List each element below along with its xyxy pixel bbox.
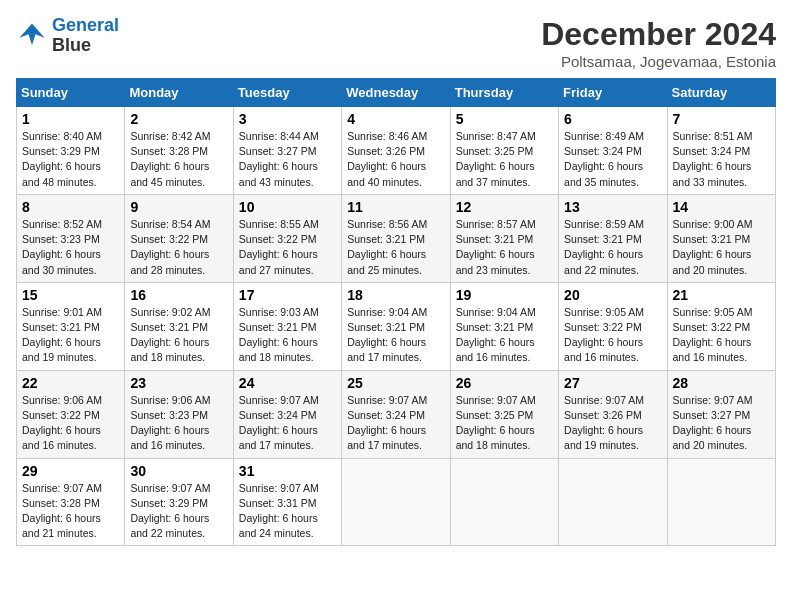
sunset-text: Sunset: 3:27 PM bbox=[239, 144, 336, 159]
day-info: Sunrise: 9:05 AM Sunset: 3:22 PM Dayligh… bbox=[564, 305, 661, 366]
day-info: Sunrise: 8:54 AM Sunset: 3:22 PM Dayligh… bbox=[130, 217, 227, 278]
calendar-cell: 25 Sunrise: 9:07 AM Sunset: 3:24 PM Dayl… bbox=[342, 370, 450, 458]
daylight-text: Daylight: 6 hours and 18 minutes. bbox=[130, 335, 227, 365]
day-number: 19 bbox=[456, 287, 553, 303]
location-subtitle: Poltsamaa, Jogevamaa, Estonia bbox=[541, 53, 776, 70]
calendar-cell: 31 Sunrise: 9:07 AM Sunset: 3:31 PM Dayl… bbox=[233, 458, 341, 546]
calendar-cell: 1 Sunrise: 8:40 AM Sunset: 3:29 PM Dayli… bbox=[17, 107, 125, 195]
daylight-text: Daylight: 6 hours and 16 minutes. bbox=[456, 335, 553, 365]
calendar-cell: 18 Sunrise: 9:04 AM Sunset: 3:21 PM Dayl… bbox=[342, 282, 450, 370]
sunset-text: Sunset: 3:21 PM bbox=[456, 320, 553, 335]
day-of-week-header: Thursday bbox=[450, 79, 558, 107]
sunset-text: Sunset: 3:21 PM bbox=[673, 232, 770, 247]
calendar-cell: 15 Sunrise: 9:01 AM Sunset: 3:21 PM Dayl… bbox=[17, 282, 125, 370]
day-of-week-header: Wednesday bbox=[342, 79, 450, 107]
day-number: 1 bbox=[22, 111, 119, 127]
calendar-cell: 19 Sunrise: 9:04 AM Sunset: 3:21 PM Dayl… bbox=[450, 282, 558, 370]
day-number: 7 bbox=[673, 111, 770, 127]
day-number: 29 bbox=[22, 463, 119, 479]
day-info: Sunrise: 8:40 AM Sunset: 3:29 PM Dayligh… bbox=[22, 129, 119, 190]
calendar-cell: 16 Sunrise: 9:02 AM Sunset: 3:21 PM Dayl… bbox=[125, 282, 233, 370]
daylight-text: Daylight: 6 hours and 19 minutes. bbox=[564, 423, 661, 453]
calendar-cell: 23 Sunrise: 9:06 AM Sunset: 3:23 PM Dayl… bbox=[125, 370, 233, 458]
daylight-text: Daylight: 6 hours and 45 minutes. bbox=[130, 159, 227, 189]
daylight-text: Daylight: 6 hours and 27 minutes. bbox=[239, 247, 336, 277]
calendar-week-row: 1 Sunrise: 8:40 AM Sunset: 3:29 PM Dayli… bbox=[17, 107, 776, 195]
day-number: 5 bbox=[456, 111, 553, 127]
sunrise-text: Sunrise: 9:06 AM bbox=[130, 393, 227, 408]
daylight-text: Daylight: 6 hours and 30 minutes. bbox=[22, 247, 119, 277]
sunset-text: Sunset: 3:23 PM bbox=[130, 408, 227, 423]
calendar-cell: 14 Sunrise: 9:00 AM Sunset: 3:21 PM Dayl… bbox=[667, 194, 775, 282]
day-info: Sunrise: 9:00 AM Sunset: 3:21 PM Dayligh… bbox=[673, 217, 770, 278]
calendar-cell: 17 Sunrise: 9:03 AM Sunset: 3:21 PM Dayl… bbox=[233, 282, 341, 370]
sunset-text: Sunset: 3:24 PM bbox=[673, 144, 770, 159]
calendar-cell: 30 Sunrise: 9:07 AM Sunset: 3:29 PM Dayl… bbox=[125, 458, 233, 546]
daylight-text: Daylight: 6 hours and 17 minutes. bbox=[347, 335, 444, 365]
sunset-text: Sunset: 3:23 PM bbox=[22, 232, 119, 247]
sunset-text: Sunset: 3:21 PM bbox=[130, 320, 227, 335]
sunrise-text: Sunrise: 9:07 AM bbox=[239, 393, 336, 408]
day-number: 11 bbox=[347, 199, 444, 215]
day-info: Sunrise: 8:46 AM Sunset: 3:26 PM Dayligh… bbox=[347, 129, 444, 190]
sunset-text: Sunset: 3:27 PM bbox=[673, 408, 770, 423]
calendar-cell: 12 Sunrise: 8:57 AM Sunset: 3:21 PM Dayl… bbox=[450, 194, 558, 282]
day-number: 20 bbox=[564, 287, 661, 303]
day-info: Sunrise: 9:03 AM Sunset: 3:21 PM Dayligh… bbox=[239, 305, 336, 366]
logo-text: General Blue bbox=[52, 16, 119, 56]
day-info: Sunrise: 9:07 AM Sunset: 3:27 PM Dayligh… bbox=[673, 393, 770, 454]
sunrise-text: Sunrise: 9:07 AM bbox=[456, 393, 553, 408]
daylight-text: Daylight: 6 hours and 43 minutes. bbox=[239, 159, 336, 189]
day-number: 4 bbox=[347, 111, 444, 127]
day-number: 6 bbox=[564, 111, 661, 127]
sunrise-text: Sunrise: 8:59 AM bbox=[564, 217, 661, 232]
sunset-text: Sunset: 3:22 PM bbox=[130, 232, 227, 247]
sunrise-text: Sunrise: 9:01 AM bbox=[22, 305, 119, 320]
calendar-week-row: 29 Sunrise: 9:07 AM Sunset: 3:28 PM Dayl… bbox=[17, 458, 776, 546]
day-number: 18 bbox=[347, 287, 444, 303]
sunrise-text: Sunrise: 9:07 AM bbox=[564, 393, 661, 408]
sunrise-text: Sunrise: 9:04 AM bbox=[347, 305, 444, 320]
calendar-header: SundayMondayTuesdayWednesdayThursdayFrid… bbox=[17, 79, 776, 107]
calendar-cell: 7 Sunrise: 8:51 AM Sunset: 3:24 PM Dayli… bbox=[667, 107, 775, 195]
sunrise-text: Sunrise: 9:07 AM bbox=[673, 393, 770, 408]
calendar-cell bbox=[342, 458, 450, 546]
calendar-cell: 5 Sunrise: 8:47 AM Sunset: 3:25 PM Dayli… bbox=[450, 107, 558, 195]
daylight-text: Daylight: 6 hours and 37 minutes. bbox=[456, 159, 553, 189]
daylight-text: Daylight: 6 hours and 16 minutes. bbox=[22, 423, 119, 453]
sunrise-text: Sunrise: 9:02 AM bbox=[130, 305, 227, 320]
calendar-table: SundayMondayTuesdayWednesdayThursdayFrid… bbox=[16, 78, 776, 546]
daylight-text: Daylight: 6 hours and 25 minutes. bbox=[347, 247, 444, 277]
sunset-text: Sunset: 3:31 PM bbox=[239, 496, 336, 511]
logo-line2: Blue bbox=[52, 36, 119, 56]
sunrise-text: Sunrise: 9:07 AM bbox=[347, 393, 444, 408]
day-number: 28 bbox=[673, 375, 770, 391]
day-number: 22 bbox=[22, 375, 119, 391]
day-of-week-header: Sunday bbox=[17, 79, 125, 107]
day-of-week-header: Friday bbox=[559, 79, 667, 107]
sunset-text: Sunset: 3:25 PM bbox=[456, 408, 553, 423]
daylight-text: Daylight: 6 hours and 20 minutes. bbox=[673, 247, 770, 277]
calendar-cell: 6 Sunrise: 8:49 AM Sunset: 3:24 PM Dayli… bbox=[559, 107, 667, 195]
day-info: Sunrise: 8:51 AM Sunset: 3:24 PM Dayligh… bbox=[673, 129, 770, 190]
day-number: 23 bbox=[130, 375, 227, 391]
sunrise-text: Sunrise: 8:51 AM bbox=[673, 129, 770, 144]
day-info: Sunrise: 8:47 AM Sunset: 3:25 PM Dayligh… bbox=[456, 129, 553, 190]
day-info: Sunrise: 9:07 AM Sunset: 3:29 PM Dayligh… bbox=[130, 481, 227, 542]
sunrise-text: Sunrise: 9:06 AM bbox=[22, 393, 119, 408]
day-of-week-header: Tuesday bbox=[233, 79, 341, 107]
calendar-cell: 24 Sunrise: 9:07 AM Sunset: 3:24 PM Dayl… bbox=[233, 370, 341, 458]
sunrise-text: Sunrise: 8:56 AM bbox=[347, 217, 444, 232]
daylight-text: Daylight: 6 hours and 24 minutes. bbox=[239, 511, 336, 541]
sunrise-text: Sunrise: 9:05 AM bbox=[673, 305, 770, 320]
daylight-text: Daylight: 6 hours and 21 minutes. bbox=[22, 511, 119, 541]
daylight-text: Daylight: 6 hours and 35 minutes. bbox=[564, 159, 661, 189]
day-number: 2 bbox=[130, 111, 227, 127]
sunset-text: Sunset: 3:28 PM bbox=[130, 144, 227, 159]
sunrise-text: Sunrise: 8:40 AM bbox=[22, 129, 119, 144]
calendar-cell: 8 Sunrise: 8:52 AM Sunset: 3:23 PM Dayli… bbox=[17, 194, 125, 282]
logo-line1: General bbox=[52, 15, 119, 35]
daylight-text: Daylight: 6 hours and 17 minutes. bbox=[347, 423, 444, 453]
sunrise-text: Sunrise: 9:00 AM bbox=[673, 217, 770, 232]
daylight-text: Daylight: 6 hours and 16 minutes. bbox=[564, 335, 661, 365]
